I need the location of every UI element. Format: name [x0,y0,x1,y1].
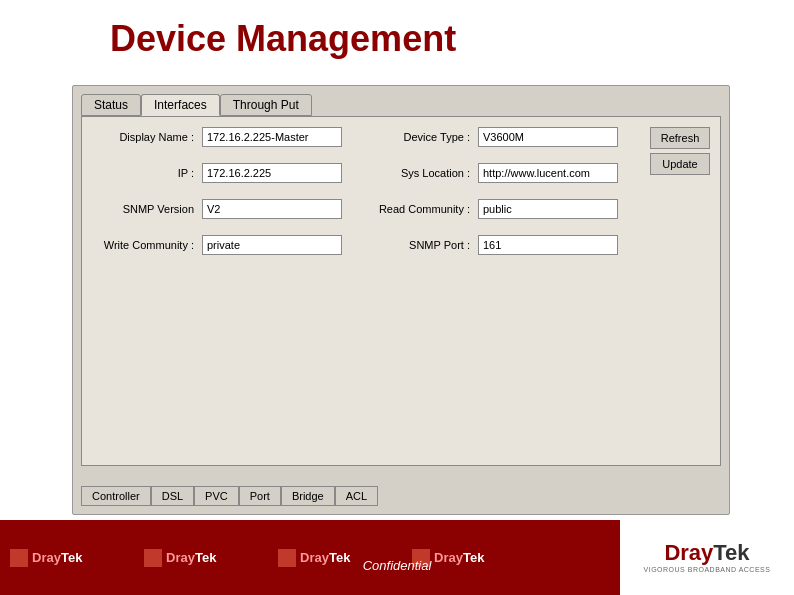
footer-logo-square-3 [278,549,296,567]
confidential-label: Confidential [363,558,432,573]
device-type-input[interactable] [478,127,618,147]
update-button[interactable]: Update [650,153,710,175]
bottom-tab-port[interactable]: Port [239,486,281,506]
snmp-version-input[interactable] [202,199,342,219]
footer-logo-square-2 [144,549,162,567]
snmp-version-label: SNMP Version [94,203,194,215]
footer-logos: DrayTek DrayTek DrayTek DrayTek [0,520,620,595]
read-community-label: Read Community : [370,203,470,215]
footer-brand: DrayTek VIGOROUS BROADBAND ACCESS [620,520,794,595]
read-community-input[interactable] [478,199,618,219]
button-group: Refresh Update [650,127,710,175]
main-panel: Status Interfaces Through Put Refresh Up… [72,85,730,515]
tab-throughput[interactable]: Through Put [220,94,312,116]
write-community-label: Write Community : [94,239,194,251]
brand-name: DrayTek [664,542,749,564]
footer: DrayTek DrayTek DrayTek DrayTek Confiden… [0,520,794,595]
display-name-input[interactable] [202,127,342,147]
row-snmp-version: SNMP Version Read Community : [94,199,708,219]
page-title: Device Management [0,0,794,70]
sys-location-input[interactable] [478,163,618,183]
bottom-tabs: Controller DSL PVC Port Bridge ACL [81,486,378,506]
tab-interfaces[interactable]: Interfaces [141,94,220,116]
bottom-tab-pvc[interactable]: PVC [194,486,239,506]
ip-label: IP : [94,167,194,179]
footer-logo-text-1: DrayTek [32,550,82,565]
bottom-tab-acl[interactable]: ACL [335,486,378,506]
footer-logo-2: DrayTek [144,549,274,567]
footer-logo-text-2: DrayTek [166,550,216,565]
bottom-tab-bridge[interactable]: Bridge [281,486,335,506]
row-display-name: Display Name : Device Type : [94,127,708,147]
ip-input[interactable] [202,163,342,183]
form-panel: Refresh Update Display Name : Device Typ… [81,116,721,466]
brand-dray: Dray [664,540,713,565]
footer-logo-square-1 [10,549,28,567]
footer-logo-text-4: DrayTek [434,550,484,565]
footer-logo-text-3: DrayTek [300,550,350,565]
write-community-input[interactable] [202,235,342,255]
device-type-label: Device Type : [370,131,470,143]
snmp-port-input[interactable] [478,235,618,255]
row-ip: IP : Sys Location : [94,163,708,183]
footer-logo-1: DrayTek [10,549,140,567]
refresh-button[interactable]: Refresh [650,127,710,149]
brand-tek: Tek [713,540,749,565]
row-write-community: Write Community : SNMP Port : [94,235,708,255]
display-name-label: Display Name : [94,131,194,143]
top-tabs: Status Interfaces Through Put [81,94,729,116]
brand-subtitle: VIGOROUS BROADBAND ACCESS [644,566,771,573]
bottom-tab-dsl[interactable]: DSL [151,486,194,506]
bottom-tab-controller[interactable]: Controller [81,486,151,506]
sys-location-label: Sys Location : [370,167,470,179]
snmp-port-label: SNMP Port : [370,239,470,251]
tab-status[interactable]: Status [81,94,141,116]
